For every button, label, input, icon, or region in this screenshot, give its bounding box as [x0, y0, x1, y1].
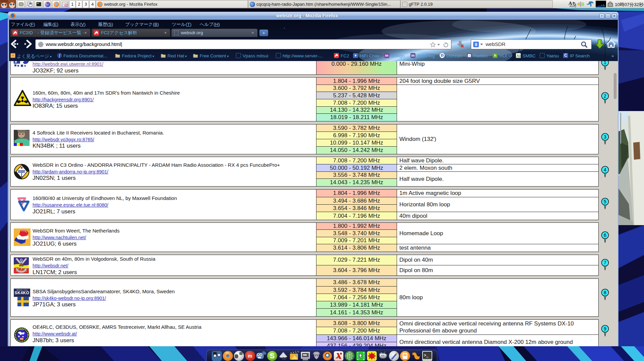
svg-text:3: 3	[604, 134, 606, 140]
svg-text:9: 9	[604, 326, 606, 331]
svg-text:4: 4	[604, 167, 606, 172]
svg-text:ARDAM: ARDAM	[18, 171, 25, 173]
svg-text:8: 8	[604, 290, 606, 295]
svg-text:AMRS: AMRS	[19, 329, 24, 330]
svg-text:1: 1	[604, 61, 606, 65]
svg-text:5: 5	[604, 199, 606, 204]
svg-text:2: 2	[604, 93, 606, 99]
svg-text:7: 7	[604, 260, 606, 265]
svg-text:6: 6	[604, 233, 606, 238]
